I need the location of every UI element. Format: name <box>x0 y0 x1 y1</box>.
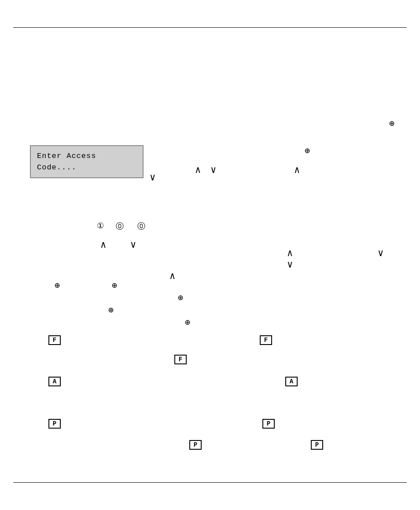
bottom-divider <box>13 482 407 483</box>
hash-icon-1: ⊕ <box>389 118 394 129</box>
hash-icon-4: ⊕ <box>112 280 117 291</box>
arrow-up-1[interactable]: ∧ <box>195 166 201 176</box>
arrow-down-5[interactable]: ∨ <box>287 261 293 270</box>
a-label-1: A <box>53 378 56 385</box>
p-box-3[interactable]: P <box>189 440 202 450</box>
p-label-4: P <box>315 441 319 448</box>
p-label-2: P <box>267 420 270 427</box>
circled-num-1: ① <box>97 221 104 231</box>
hash-icon-3: ⊕ <box>55 280 60 291</box>
p-box-2[interactable]: P <box>262 419 275 429</box>
arrow-up-4[interactable]: ∧ <box>287 249 293 259</box>
arrow-down-3[interactable]: ∨ <box>130 241 136 250</box>
arrow-down-1[interactable]: ∨ <box>150 173 155 183</box>
hash-icon-5: ⊕ <box>178 292 183 303</box>
hash-icon-7: ⊕ <box>185 317 190 328</box>
p-label-1: P <box>53 420 56 427</box>
access-code-display: Enter Access Code.... <box>30 145 144 178</box>
a-box-2[interactable]: A <box>285 377 298 386</box>
circled-num-3: ⓪ <box>137 221 145 231</box>
a-box-1[interactable]: A <box>48 377 61 386</box>
arrow-down-2[interactable]: ∨ <box>210 166 216 176</box>
arrow-down-4[interactable]: ∨ <box>378 249 383 259</box>
arrow-up-5[interactable]: ∧ <box>169 272 175 282</box>
f-box-2[interactable]: F <box>260 335 272 345</box>
circled-num-2: ⓪ <box>116 221 124 231</box>
f-label-2: F <box>264 337 268 344</box>
arrow-up-2[interactable]: ∧ <box>294 166 300 176</box>
hash-icon-6: ⊕ <box>108 305 114 316</box>
hash-icon-2: ⊕ <box>305 145 310 156</box>
f-label-1: F <box>53 337 56 344</box>
top-divider <box>13 27 407 28</box>
f-box-3[interactable]: F <box>174 355 187 364</box>
p-box-1[interactable]: P <box>48 419 61 429</box>
p-label-3: P <box>194 441 197 448</box>
p-box-4[interactable]: P <box>311 440 323 450</box>
f-box-1[interactable]: F <box>48 335 61 345</box>
a-label-2: A <box>290 378 293 385</box>
f-label-3: F <box>179 356 182 363</box>
arrow-up-3[interactable]: ∧ <box>100 241 106 250</box>
access-code-text: Enter Access Code.... <box>37 152 96 172</box>
